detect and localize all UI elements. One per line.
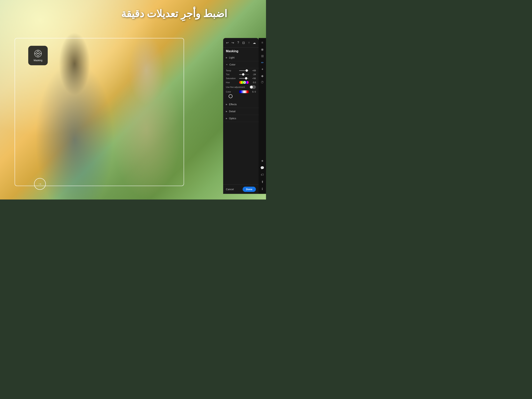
fine-adjust-label: Use fine adjustment	[226, 86, 245, 88]
temp-track[interactable]	[239, 70, 249, 71]
panel-title: Masking	[223, 48, 259, 54]
tint-value: -24	[250, 73, 256, 76]
fine-adjust-row: Use fine adjustment	[226, 85, 256, 89]
section-optics-label: Optics	[229, 117, 236, 120]
toolbar-share[interactable]: ↑	[246, 40, 252, 45]
color-section: Temp +69 Tint -24 Saturation	[223, 68, 259, 101]
color-spectrum[interactable]	[239, 90, 249, 93]
strip-icon-circle[interactable]: ◉	[259, 46, 266, 52]
tint-track[interactable]	[239, 74, 249, 75]
temp-label: Temp	[226, 69, 238, 72]
hue-bar-container[interactable]	[239, 81, 249, 84]
masking-badge[interactable]: Masking	[28, 46, 48, 65]
strip-icon-tag[interactable]: 🏷	[259, 172, 266, 178]
section-light-label: Light	[229, 56, 234, 59]
panel-toolbar: ↩ ↪ ? ⊡ ↑ ☁	[223, 38, 259, 48]
chevron-detail: ▶	[226, 110, 228, 112]
strip-icon-color[interactable]: ◆	[259, 73, 266, 79]
saturation-track[interactable]	[239, 78, 249, 79]
hue-value: 0.0	[250, 81, 256, 84]
next-arrow-button[interactable]: →	[34, 178, 46, 190]
section-color-label: Color	[229, 63, 235, 66]
toolbar-compare[interactable]: ⊡	[241, 40, 246, 45]
section-detail-label: Detail	[229, 110, 235, 113]
section-effects-label: Effects	[229, 103, 237, 106]
section-effects[interactable]: ▶ Effects	[223, 101, 259, 108]
saturation-thumb[interactable]	[245, 77, 247, 79]
section-optics[interactable]: ▶ Optics	[223, 115, 259, 122]
toolbar-help[interactable]: ?	[235, 40, 241, 45]
done-button[interactable]: Done	[243, 187, 256, 192]
strip-icon-star[interactable]: ★	[259, 158, 266, 164]
toolbar-undo[interactable]: ↩	[225, 40, 230, 45]
circle-indicator	[229, 94, 233, 98]
chevron-light: ▶	[226, 57, 228, 59]
tint-label: Tint	[226, 73, 238, 76]
hue-thumb[interactable]	[243, 81, 246, 84]
cancel-button[interactable]: Cancel	[226, 188, 234, 191]
chevron-optics: ▶	[226, 117, 228, 119]
color-bar-row: Color S: 0	[226, 90, 256, 93]
hue-label: Hue	[226, 81, 238, 84]
toolbar-redo[interactable]: ↪	[230, 40, 236, 45]
saturation-label: Saturation	[226, 77, 238, 79]
strip-icon-comment[interactable]: 💬	[259, 165, 266, 171]
right-panel: ↩ ↪ ? ⊡ ↑ ☁ Masking ▶ Light ▼ Color Temp	[223, 38, 259, 194]
temp-value: +69	[250, 69, 256, 72]
strip-icon-filter[interactable]: ≡	[259, 39, 266, 46]
arabic-title: اضبط وأجرِ تعديلات دقيقة	[121, 8, 227, 19]
color-bar-label: Color	[226, 90, 238, 93]
saturation-row: Saturation +56	[226, 77, 256, 79]
temp-row: Temp +69	[226, 69, 256, 72]
panel-footer: Cancel Done	[223, 185, 259, 194]
strip-icon-info[interactable]: ℹ	[259, 186, 266, 192]
color-bar-value: S: 0	[250, 90, 256, 93]
saturation-value: +56	[250, 77, 256, 79]
section-detail[interactable]: ▶ Detail	[223, 108, 259, 115]
strip-icon-effects[interactable]: ✦	[259, 66, 266, 72]
section-color[interactable]: ▼ Color	[223, 61, 259, 68]
strip-icon-upload[interactable]: ⬆	[259, 179, 266, 185]
toolbar-cloud[interactable]: ☁	[252, 40, 257, 45]
chevron-color: ▼	[226, 64, 228, 66]
panel-content: ▶ Light ▼ Color Temp +69 Tint	[223, 54, 259, 185]
temp-thumb[interactable]	[246, 69, 248, 72]
section-light[interactable]: ▶ Light	[223, 54, 259, 61]
strip-icon-history[interactable]: ⏱	[259, 79, 266, 85]
svg-point-2	[37, 53, 38, 54]
masking-icon	[34, 49, 42, 58]
hue-row: Hue 0.0	[226, 81, 256, 84]
sidebar-strip: ≡ ◉ ⊞ ✏ ✦ ◆ ⏱ ★ 💬 🏷 ⬆ ℹ	[259, 38, 266, 194]
tint-row: Tint -24	[226, 73, 256, 76]
masking-label: Masking	[34, 59, 43, 62]
tint-thumb[interactable]	[242, 73, 244, 76]
chevron-effects: ▶	[226, 103, 228, 105]
strip-icon-grid[interactable]: ⊞	[259, 53, 266, 59]
strip-icon-edit[interactable]: ✏	[259, 59, 266, 66]
toggle-knob	[250, 86, 253, 89]
fine-adjust-toggle[interactable]	[250, 85, 256, 89]
